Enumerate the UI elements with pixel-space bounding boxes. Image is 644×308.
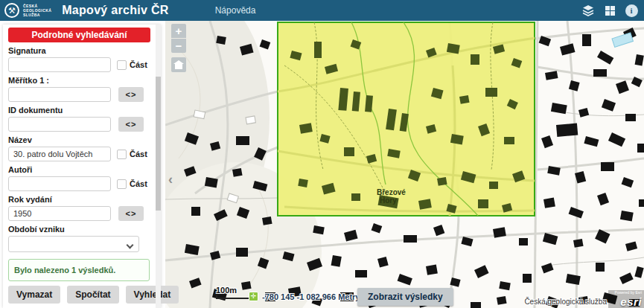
page-title: Mapový archiv ČR — [62, 4, 169, 17]
map-view[interactable]: Březové Hory + − ‹ 100m ✛ -780 145 -1 08… — [165, 21, 644, 308]
signatura-input[interactable] — [8, 57, 111, 72]
search-button[interactable]: Vyhledat — [126, 286, 179, 304]
meritko-range-button[interactable]: <> — [118, 87, 144, 102]
part-checkbox-label: Část — [130, 179, 147, 188]
rok-vydani-range-button[interactable]: <> — [118, 206, 144, 221]
scale-bar: 100m — [216, 286, 253, 299]
field-label: Signatura — [8, 46, 150, 55]
map-canvas[interactable]: Březové Hory — [165, 21, 644, 308]
obdobi-vzniku-select[interactable] — [8, 236, 139, 252]
graticule-icon[interactable]: ✛ — [249, 292, 258, 301]
layers-icon[interactable] — [580, 2, 596, 19]
rok-vydani-input[interactable] — [8, 206, 111, 221]
esri-logo-text: esri — [620, 295, 642, 308]
nazev-part-checkbox[interactable] — [117, 150, 127, 159]
count-button[interactable]: Spočítat — [67, 286, 118, 304]
info-icon[interactable]: i — [623, 2, 640, 19]
id-dokumentu-input[interactable] — [8, 117, 111, 132]
field-label: Název — [8, 135, 150, 144]
menu-item-help[interactable]: Nápověda — [215, 5, 256, 16]
coordinates-text: -780 145 -1 082 966 Metry — [262, 292, 360, 301]
map-attribution: Česká geologická služba — [524, 298, 607, 306]
chevron-down-icon — [127, 242, 134, 249]
apps-grid-icon[interactable] — [602, 2, 618, 19]
field-label: Rok vydání — [8, 195, 150, 204]
autori-input[interactable] — [8, 176, 111, 191]
home-extent-button[interactable] — [171, 57, 186, 72]
field-label: Autoři — [8, 165, 150, 174]
app-window: ⚒ ČESKÁ GEOLOGICKÁ SLUŽBA Mapový archiv … — [0, 0, 644, 308]
zoom-in-button[interactable]: + — [171, 24, 186, 38]
field-obdobi-vzniku: Období vzniku — [8, 225, 150, 252]
field-label: Měřítko 1 : — [8, 76, 150, 85]
field-nazev: Název Část — [8, 135, 150, 161]
result-status-message: Bylo nalezeno 1 výsledků. — [8, 259, 150, 281]
signatura-part-checkbox[interactable] — [117, 60, 127, 70]
cgs-logo-text: ČESKÁ GEOLOGICKÁ SLUŽBA — [23, 4, 51, 17]
powered-by-label: Powered by Esri — [608, 290, 642, 295]
scrollbar-thumb[interactable] — [156, 77, 161, 211]
field-meritko: Měřítko 1 : <> — [8, 76, 150, 102]
zoom-out-button[interactable]: − — [171, 39, 186, 53]
id-dokumentu-range-button[interactable]: <> — [118, 117, 144, 132]
field-autori: Autoři Část — [8, 165, 150, 191]
part-checkbox-label: Část — [130, 150, 147, 158]
cgs-logo-icon: ⚒ — [4, 3, 19, 18]
coordinate-readout: ✛ -780 145 -1 082 966 Metry — [249, 292, 370, 301]
home-icon — [175, 64, 182, 69]
scale-label: 100m — [216, 286, 253, 295]
search-panel-title: Podrobné vyhledávání — [8, 28, 150, 42]
clear-button[interactable]: Vymazat — [8, 286, 60, 304]
scale-line — [216, 295, 253, 299]
meritko-input[interactable] — [8, 87, 111, 102]
autori-part-checkbox[interactable] — [117, 179, 127, 189]
field-rok-vydani: Rok vydání <> — [8, 195, 150, 221]
field-label: ID dokumentu — [8, 106, 150, 115]
field-id-dokumentu: ID dokumentu <> — [8, 106, 150, 132]
app-header: ⚒ ČESKÁ GEOLOGICKÁ SLUŽBA Mapový archiv … — [0, 0, 644, 21]
sidebar-collapse-button[interactable]: ‹ — [165, 168, 176, 190]
field-signatura: Signatura Část — [8, 46, 150, 72]
part-checkbox-label: Část — [130, 60, 147, 69]
field-label: Období vzniku — [8, 225, 150, 234]
nazev-input[interactable] — [8, 147, 111, 161]
zoom-control: + − — [171, 24, 186, 53]
esri-logo: Powered by Esri esri — [608, 290, 644, 308]
logo-line: SLUŽBA — [23, 13, 51, 17]
show-results-button[interactable]: Zobrazit výsledky — [357, 288, 453, 306]
search-panel: Podrobné vyhledávání Signatura Část Měří… — [3, 25, 161, 308]
sidebar-scrollbar[interactable] — [156, 25, 161, 308]
